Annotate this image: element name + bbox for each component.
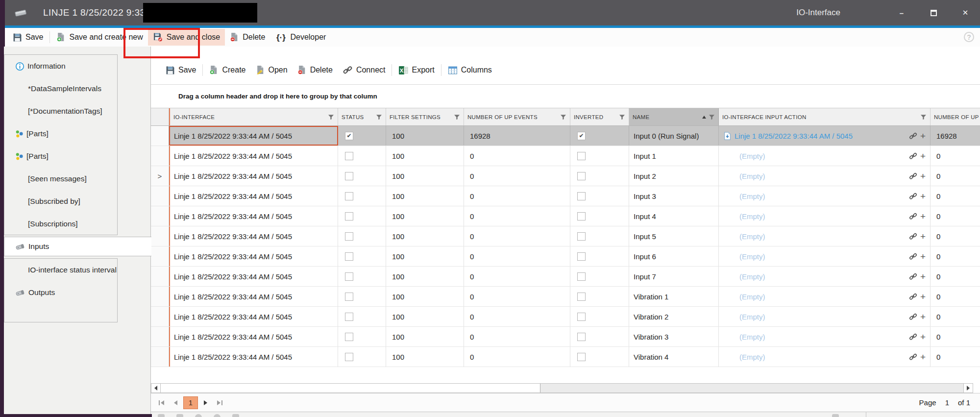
prev-page-button[interactable] xyxy=(169,396,182,410)
table-row[interactable]: Linje 1 8/25/2022 9:33:44 AM / 504510016… xyxy=(151,126,980,146)
first-page-button[interactable] xyxy=(155,396,169,410)
sidebar-item-information[interactable]: Information xyxy=(4,55,117,77)
add-icon[interactable]: + xyxy=(920,352,926,362)
inverted-checkbox[interactable] xyxy=(577,272,586,281)
sidebar-item--documentationtags-[interactable]: [*DocumentationTags] xyxy=(4,100,117,123)
toolbar-button-save-and-close[interactable]: Save and close xyxy=(148,29,225,46)
cell-io-interface[interactable]: Linje 1 8/25/2022 9:33:44 AM / 5045 xyxy=(169,226,338,246)
table-row[interactable]: Linje 1 8/25/2022 9:33:44 AM / 50451000V… xyxy=(151,327,980,347)
horizontal-scrollbar[interactable] xyxy=(151,383,973,393)
column-header-inverted[interactable]: INVERTED xyxy=(570,108,629,125)
link-icon[interactable] xyxy=(909,172,917,180)
cell-io-interface[interactable]: Linje 1 8/25/2022 9:33:44 AM / 5045 xyxy=(169,347,338,367)
last-page-button[interactable] xyxy=(213,396,226,410)
table-row[interactable]: Linje 1 8/25/2022 9:33:44 AM / 50451000V… xyxy=(151,347,980,367)
filter-icon[interactable] xyxy=(619,114,625,120)
add-icon[interactable]: + xyxy=(920,212,926,221)
link-icon[interactable] xyxy=(909,152,917,160)
scroll-right-icon[interactable] xyxy=(963,384,973,392)
filter-icon[interactable] xyxy=(920,114,927,120)
minimize-button[interactable]: – xyxy=(891,0,912,25)
sidebar-item--subscribed-by-[interactable]: [Subscribed by] xyxy=(4,190,117,213)
status-checkbox[interactable] xyxy=(345,132,353,140)
add-icon[interactable]: + xyxy=(920,172,926,181)
cell-io-interface[interactable]: Linje 1 8/25/2022 9:33:44 AM / 5045 xyxy=(169,267,338,286)
add-icon[interactable]: + xyxy=(920,131,926,141)
grid-button-export[interactable]: XExport xyxy=(393,62,439,78)
grid-button-connect[interactable]: Connect xyxy=(338,62,391,78)
link-icon[interactable] xyxy=(909,293,917,301)
next-page-button[interactable] xyxy=(199,396,213,410)
inverted-checkbox[interactable] xyxy=(577,172,586,180)
table-row[interactable]: Linje 1 8/25/2022 9:33:44 AM / 50451000I… xyxy=(151,246,980,267)
grid-button-open[interactable]: Open xyxy=(251,62,293,78)
status-checkbox[interactable] xyxy=(345,152,353,160)
sidebar-item--seen-messages-[interactable]: [Seen messages] xyxy=(4,168,117,190)
toolbar-button-developer[interactable]: {·}Developer xyxy=(270,29,331,46)
filter-icon[interactable] xyxy=(709,114,715,120)
link-icon[interactable] xyxy=(909,353,917,361)
sidebar-item--subscriptions-[interactable]: [Subscriptions] xyxy=(4,213,117,235)
link-icon[interactable] xyxy=(909,132,917,140)
toolbar-button-save-and-create-new[interactable]: Save and create new xyxy=(51,29,147,46)
cell-io-interface[interactable]: Linje 1 8/25/2022 9:33:44 AM / 5045 xyxy=(169,206,338,226)
filter-icon[interactable] xyxy=(560,114,566,120)
close-button[interactable]: ✕ xyxy=(955,0,976,25)
toolbar-button-save[interactable]: Save xyxy=(8,29,48,46)
status-checkbox[interactable] xyxy=(345,232,353,241)
inverted-checkbox[interactable] xyxy=(577,132,586,140)
sidebar-item--parts-[interactable]: [Parts] xyxy=(4,123,117,145)
table-row[interactable]: Linje 1 8/25/2022 9:33:44 AM / 50451000I… xyxy=(151,226,980,246)
inverted-checkbox[interactable] xyxy=(577,353,586,361)
table-row[interactable]: Linje 1 8/25/2022 9:33:44 AM / 50451000V… xyxy=(151,307,980,327)
inverted-checkbox[interactable] xyxy=(577,252,586,261)
cell-io-interface[interactable]: Linje 1 8/25/2022 9:33:44 AM / 5045 xyxy=(169,287,338,306)
grid-button-create[interactable]: Create xyxy=(204,62,250,78)
inverted-checkbox[interactable] xyxy=(577,192,586,200)
link-icon[interactable] xyxy=(909,232,917,241)
scrollbar-thumb[interactable] xyxy=(161,384,540,392)
link-icon[interactable] xyxy=(909,252,917,261)
status-checkbox[interactable] xyxy=(345,313,353,321)
table-row[interactable]: Linje 1 8/25/2022 9:33:44 AM / 50451000I… xyxy=(151,186,980,206)
current-page[interactable]: 1 xyxy=(183,396,198,409)
scroll-left-icon[interactable] xyxy=(151,384,161,392)
grid-button-save[interactable]: Save xyxy=(161,62,201,78)
help-icon[interactable]: ? xyxy=(964,32,974,42)
column-header-io-interface[interactable]: IO-INTERFACE xyxy=(169,108,338,125)
grid-button-delete[interactable]: Delete xyxy=(293,62,338,78)
status-checkbox[interactable] xyxy=(345,272,353,281)
link-icon[interactable] xyxy=(909,313,917,321)
filter-icon[interactable] xyxy=(454,114,460,120)
column-header-filter-settings[interactable]: FILTER SETTINGS xyxy=(386,108,464,125)
sidebar-item-outputs[interactable]: Outputs xyxy=(4,281,117,304)
sidebar-item--datasampleintervals[interactable]: *DataSampleIntervals xyxy=(4,77,117,100)
cell-io-interface[interactable]: Linje 1 8/25/2022 9:33:44 AM / 5045 xyxy=(169,126,338,146)
toolbar-button-delete[interactable]: Delete xyxy=(225,29,270,46)
cell-io-interface[interactable]: Linje 1 8/25/2022 9:33:44 AM / 5045 xyxy=(169,327,338,346)
inverted-checkbox[interactable] xyxy=(577,333,586,341)
sidebar-item-inputs[interactable]: Inputs xyxy=(4,237,151,256)
status-checkbox[interactable] xyxy=(345,192,353,200)
filter-icon[interactable] xyxy=(376,114,382,120)
maximize-button[interactable] xyxy=(923,0,944,25)
input-action-link[interactable]: Linje 1 8/25/2022 9:33:44 AM / 5045 xyxy=(735,132,853,140)
sidebar-item--parts-[interactable]: [Parts] xyxy=(4,145,117,168)
inverted-checkbox[interactable] xyxy=(577,232,586,241)
add-icon[interactable]: + xyxy=(920,312,926,321)
cell-io-interface[interactable]: Linje 1 8/25/2022 9:33:44 AM / 5045 xyxy=(169,246,338,266)
add-icon[interactable]: + xyxy=(920,332,926,342)
status-checkbox[interactable] xyxy=(345,293,353,301)
inverted-checkbox[interactable] xyxy=(577,313,586,321)
cell-io-interface[interactable]: Linje 1 8/25/2022 9:33:44 AM / 5045 xyxy=(169,166,338,186)
add-icon[interactable]: + xyxy=(920,232,926,241)
column-header-name[interactable]: NAME xyxy=(629,108,719,125)
cell-io-interface[interactable]: Linje 1 8/25/2022 9:33:44 AM / 5045 xyxy=(169,186,338,206)
add-icon[interactable]: + xyxy=(920,252,926,261)
link-icon[interactable] xyxy=(909,272,917,281)
add-icon[interactable]: + xyxy=(920,192,926,201)
status-checkbox[interactable] xyxy=(345,333,353,341)
cell-io-interface[interactable]: Linje 1 8/25/2022 9:33:44 AM / 5045 xyxy=(169,307,338,326)
column-header-status[interactable]: STATUS xyxy=(338,108,386,125)
link-icon[interactable] xyxy=(909,333,917,341)
